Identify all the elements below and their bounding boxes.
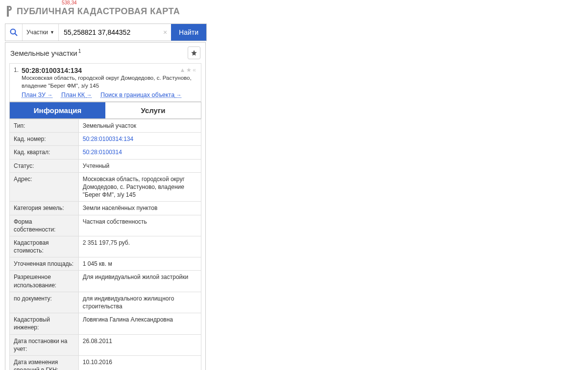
link-plan-zu[interactable]: План ЗУ → xyxy=(22,92,52,98)
tab-services[interactable]: Услуги xyxy=(105,102,201,118)
object-type-label: Участки xyxy=(26,29,48,36)
page-title: ПУБЛИЧНАЯ КАДАСТРОВАЯ КАРТА xyxy=(17,6,180,17)
svg-marker-5 xyxy=(211,294,294,370)
svg-line-1 xyxy=(15,34,18,36)
result-card: 1. 50:28:0100314:134 ▲★« Московская обла… xyxy=(9,63,201,102)
info-key-status: Статус: xyxy=(10,159,79,172)
info-val-quarter[interactable]: 50:28:0100314 xyxy=(83,149,122,156)
info-key-use: Разрешенное использование: xyxy=(10,271,79,292)
search-icon-button[interactable] xyxy=(5,24,23,41)
rosreestr-logo-icon xyxy=(5,6,13,17)
svg-point-0 xyxy=(11,29,16,34)
info-val-address: Московская область, городской округ Домо… xyxy=(78,172,201,202)
search-input[interactable] xyxy=(59,24,159,41)
tabs: Информация Услуги xyxy=(9,102,201,119)
map-label-bld-b: 204 xyxy=(383,242,393,249)
results-header: Земельные участки1 xyxy=(10,48,188,57)
info-key-engineer: Кадастровый инженер: xyxy=(10,313,79,334)
svg-marker-3 xyxy=(446,66,588,274)
info-key-address: Адрес: xyxy=(10,172,79,202)
info-key-cadnum: Кад. номер: xyxy=(10,133,79,146)
search-bar: Участки ▼ × Найти xyxy=(5,23,207,41)
result-cadnum: 50:28:0100314:134 xyxy=(22,67,82,74)
info-val-cadcost: 2 351 197,75 руб. xyxy=(78,236,201,257)
info-key-type: Тип: xyxy=(10,119,79,133)
map-label-bottom: 143 xyxy=(497,327,507,334)
info-val-use: Для индивидуальной жилой застройки xyxy=(78,271,201,292)
favorite-toggle[interactable] xyxy=(188,46,200,59)
info-table: Тип:Земельный участок Кад. номер:50:28:0… xyxy=(9,119,201,370)
info-key-cadcost: Кадастровая стоимость: xyxy=(10,236,79,257)
svg-marker-7 xyxy=(211,196,294,313)
info-val-date-reg: 26.08.2011 xyxy=(78,334,201,355)
info-key-ownership: Форма собственности: xyxy=(10,215,79,236)
clear-input-button[interactable]: × xyxy=(159,24,171,41)
info-key-quarter: Кад. квартал: xyxy=(10,146,79,159)
result-index: 1. xyxy=(14,67,22,73)
info-val-cadnum[interactable]: 50:28:0100314:134 xyxy=(83,136,133,142)
svg-marker-4 xyxy=(260,274,588,370)
tab-information[interactable]: Информация xyxy=(10,102,105,118)
info-val-status: Учтенный xyxy=(78,159,201,172)
map-label-left-b: 105 xyxy=(243,286,252,293)
info-key-date-reg: Дата постановки на учет: xyxy=(10,334,79,355)
link-plan-kk[interactable]: План КК → xyxy=(61,92,92,98)
building-footprint[interactable] xyxy=(333,152,436,259)
info-val-ownership: Частная собственность xyxy=(78,215,201,236)
info-val-category: Земли населённых пунктов xyxy=(78,202,201,215)
info-key-use-doc: по документу: xyxy=(10,292,79,313)
caret-down-icon: ▼ xyxy=(50,30,54,35)
find-button[interactable]: Найти xyxy=(171,24,206,41)
info-key-area: Уточненная площадь: xyxy=(10,257,79,271)
result-address: Московская область, городской округ Домо… xyxy=(22,74,197,90)
info-val-type: Земельный участок xyxy=(78,119,201,133)
info-val-use-doc: для индивидуального жилищного строительс… xyxy=(78,292,201,313)
object-type-dropdown[interactable]: Участки ▼ xyxy=(23,24,59,41)
selected-parcel[interactable] xyxy=(289,69,522,294)
results-panel: Земельные участки1 1. 50:28:0100314:134 … xyxy=(5,42,206,370)
svg-marker-2 xyxy=(431,0,588,69)
map-label-left-a: 105 xyxy=(240,200,250,207)
info-key-date-mod: Дата изменения сведений в ГКН: xyxy=(10,355,79,370)
map-label-sel: 134 xyxy=(470,149,480,156)
svg-marker-6 xyxy=(211,69,294,208)
card-status-icons: ▲★« xyxy=(179,67,197,73)
info-val-area: 1 045 кв. м xyxy=(78,257,201,271)
info-key-category: Категория земель: xyxy=(10,202,79,215)
map-label-bld-a: 204 xyxy=(387,200,397,207)
info-val-date-mod: 10.10.2016 xyxy=(78,355,201,370)
link-search-inside[interactable]: Поиск в границах объекта → xyxy=(100,92,182,98)
top-coord-label: 538,34 xyxy=(62,0,77,5)
info-val-engineer: Ловягина Галина Александровна xyxy=(78,313,201,334)
map-label-bld-c: 134 xyxy=(412,244,421,251)
